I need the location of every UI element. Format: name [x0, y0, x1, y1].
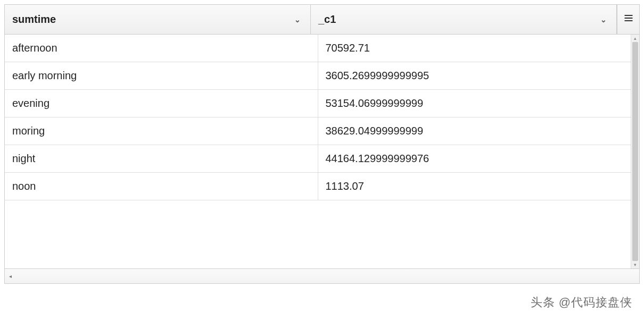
cell-sumtime: noon — [5, 173, 318, 200]
column-header-sumtime[interactable]: sumtime ⌄ — [5, 5, 311, 34]
table-footer-bar: ◂ — [5, 268, 639, 283]
cell-sumtime: night — [5, 145, 318, 172]
scroll-thumb[interactable] — [632, 42, 638, 261]
column-header-label: sumtime — [12, 13, 56, 26]
cell-sumtime: moring — [5, 117, 318, 145]
footer-marker-icon[interactable]: ◂ — [9, 273, 12, 279]
scroll-up-icon[interactable]: ▴ — [631, 35, 639, 42]
cell-c1: 44164.129999999976 — [318, 145, 631, 172]
table-row[interactable]: night 44164.129999999976 — [5, 145, 631, 173]
cell-sumtime: early morning — [5, 62, 318, 89]
hamburger-icon — [623, 13, 634, 26]
cell-c1: 38629.04999999999 — [318, 117, 631, 145]
chevron-down-icon[interactable]: ⌄ — [294, 15, 301, 24]
cell-sumtime: afternoon — [5, 35, 318, 62]
chevron-down-icon[interactable]: ⌄ — [600, 15, 607, 24]
column-header-label: _c1 — [318, 13, 336, 26]
cell-c1: 3605.2699999999995 — [318, 62, 631, 89]
cell-c1: 70592.71 — [318, 35, 631, 62]
table-row[interactable]: moring 38629.04999999999 — [5, 117, 631, 145]
table-menu-button[interactable] — [617, 5, 639, 34]
table-row[interactable]: afternoon 70592.71 — [5, 35, 631, 62]
table-body-wrapper: afternoon 70592.71 early morning 3605.26… — [5, 35, 639, 268]
table-rows: afternoon 70592.71 early morning 3605.26… — [5, 35, 631, 268]
cell-c1: 53154.06999999999 — [318, 90, 631, 117]
table-row[interactable]: evening 53154.06999999999 — [5, 90, 631, 117]
table-row[interactable]: noon 1113.07 — [5, 173, 631, 200]
table-row[interactable]: early morning 3605.2699999999995 — [5, 62, 631, 90]
vertical-scrollbar[interactable]: ▴ ▾ — [631, 35, 639, 268]
table-header-row: sumtime ⌄ _c1 ⌄ — [5, 5, 639, 35]
scroll-down-icon[interactable]: ▾ — [631, 261, 639, 268]
data-table: sumtime ⌄ _c1 ⌄ afternoon 70592.71 — [4, 4, 640, 284]
column-header-c1[interactable]: _c1 ⌄ — [311, 5, 617, 34]
cell-c1: 1113.07 — [318, 173, 631, 200]
cell-sumtime: evening — [5, 90, 318, 117]
